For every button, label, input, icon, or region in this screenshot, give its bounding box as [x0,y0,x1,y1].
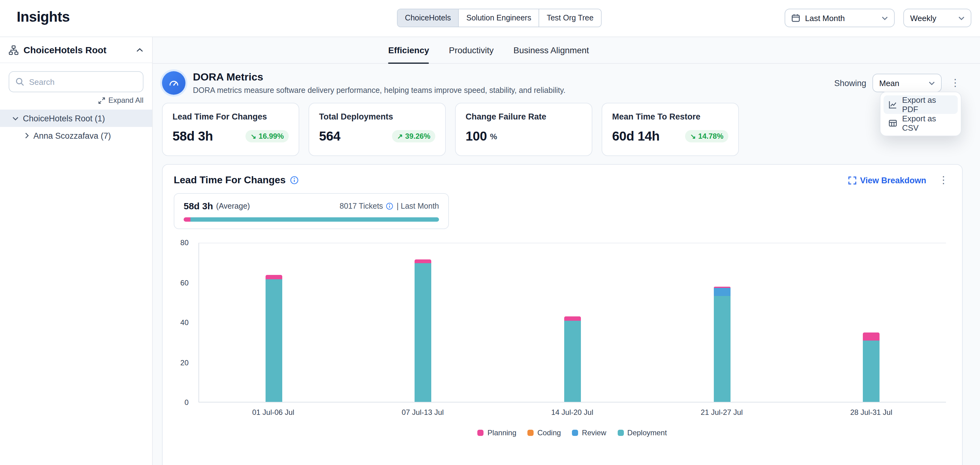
top-controls: Last Month Weekly [784,9,971,27]
card-title: Change Failure Rate [466,112,582,121]
org-tab-test-org-tree[interactable]: Test Org Tree [539,9,601,27]
delta-badge: ↗ 39.26% [392,130,435,142]
legend-item-deployment[interactable]: Deployment [617,428,667,437]
bar-14-jul-20-jul[interactable] [564,243,581,402]
progress-segment-planning [184,217,190,222]
search-input[interactable] [29,77,137,86]
tab-efficiency[interactable]: Efficiency [388,37,429,63]
collapse-chevron-up-icon[interactable] [136,47,143,52]
legend-item-planning[interactable]: Planning [477,428,516,437]
tree-node-label: ChoiceHotels Root (1) [23,113,105,123]
sidebar-header: ChoiceHotels Root [0,37,152,63]
page-title: Insights [17,9,70,26]
legend-swatch [617,430,624,436]
bar-segment-review[interactable] [714,288,730,296]
info-icon[interactable] [386,202,393,209]
showing-label: Showing [834,78,866,88]
delta-value: 16.99% [259,132,284,141]
y-tick-label: 20 [169,358,189,367]
menu-item-export-pdf[interactable]: Export as PDF [883,95,958,114]
bar-segment-planning[interactable] [266,275,282,279]
org-tab-solution-engineers[interactable]: Solution Engineers [459,9,539,27]
main-content: Efficiency Productivity Business Alignme… [153,37,980,465]
card-change-failure-rate[interactable]: Change Failure Rate 100 % [455,103,592,156]
lead-time-chart-card: Lead Time For Changes [162,164,963,465]
bar-01-jul-06-jul[interactable] [266,243,282,402]
x-tick-label: 07 Jul-13 Jul [402,408,444,417]
bar-21-jul-27-jul[interactable] [714,243,730,402]
bar-segment-deployment[interactable] [714,296,730,402]
app: Insights ChoiceHotels Solution Engineers… [0,0,980,465]
tree-node-choicehotels-root[interactable]: ChoiceHotels Root (1) [0,110,152,127]
x-tick-label: 21 Jul-27 Jul [701,408,743,417]
kebab-menu-icon[interactable]: ⋮ [948,78,963,88]
card-value: 58d 3h [172,129,213,144]
card-mean-time-to-restore[interactable]: Mean Time To Restore 60d 14h ↘ 14.78% [601,103,739,156]
bar-segment-planning[interactable] [863,332,880,340]
card-unit: % [490,131,497,141]
legend-item-coding[interactable]: Coding [527,428,561,437]
bar-segment-deployment[interactable] [863,340,880,402]
legend-swatch [527,430,534,436]
tree-node-label: Anna Scozzafava (7) [33,131,111,140]
card-lead-time-for-changes[interactable]: Lead Time For Changes 58d 3h ↘ 16.99% [162,103,299,156]
bar-segment-deployment[interactable] [266,279,282,402]
legend-item-review[interactable]: Review [572,428,606,437]
bar-segment-planning[interactable] [564,317,581,321]
sidebar: ChoiceHotels Root Expand All [0,37,153,465]
card-title: Total Deployments [319,112,435,121]
info-icon[interactable] [290,176,299,184]
card-title: Mean Time To Restore [612,112,729,121]
tree-node-anna-scozzafava[interactable]: Anna Scozzafava (7) [0,127,152,144]
legend-label: Review [582,428,606,437]
expand-all-button[interactable]: Expand All [9,96,143,105]
search-box [9,71,143,92]
bar-segment-planning[interactable] [415,259,431,263]
chevron-down-icon [958,16,964,20]
card-value-row: 564 ↗ 39.26% [319,129,435,144]
chart-card-actions: View Breakdown ⋮ [848,175,951,185]
chart-legend: PlanningCodingReviewDeployment [199,428,946,437]
tickets-meta: 8017 Tickets | Last Month [340,201,439,210]
kebab-menu-icon[interactable]: ⋮ [936,175,951,185]
granularity-dropdown[interactable]: Weekly [903,9,971,27]
dora-subtitle: DORA metrics measure software delivery p… [193,86,565,95]
card-total-deployments[interactable]: Total Deployments 564 ↗ 39.26% [309,103,446,156]
card-value-row: 58d 3h ↘ 16.99% [172,129,289,144]
y-tick-label: 40 [169,318,189,327]
y-tick-label: 80 [169,238,189,247]
bar-segment-deployment[interactable] [415,263,431,402]
period-dropdown[interactable]: Last Month [784,9,895,27]
org-tree-icon [9,45,19,55]
y-tick-label: 0 [169,398,189,407]
org-tab-choicehotels[interactable]: ChoiceHotels [398,9,459,27]
period-text: | Last Month [397,201,439,210]
chevron-down-icon[interactable] [13,116,19,120]
bar-plot [199,243,946,403]
sidebar-root-title: ChoiceHotels Root [24,45,131,55]
table-icon [888,119,897,128]
x-axis-labels: 01 Jul-06 Jul07 Jul-13 Jul14 Jul-20 Jul2… [199,408,946,419]
menu-item-export-csv[interactable]: Export as CSV [883,114,958,133]
granularity-dropdown-value: Weekly [910,13,936,22]
phase-progress-bar [184,217,439,222]
chart-area: 020406080 01 Jul-06 Jul07 Jul-13 Jul14 J… [174,243,951,437]
showing-dropdown-value: Mean [879,78,899,88]
bar-07-jul-13-jul[interactable] [415,243,431,402]
x-tick-label: 01 Jul-06 Jul [252,408,294,417]
tab-business-alignment[interactable]: Business Alignment [514,37,589,63]
legend-label: Planning [487,428,516,437]
x-tick-label: 14 Jul-20 Jul [551,408,593,417]
chevron-down-icon [929,81,935,85]
bar-segment-deployment[interactable] [564,321,581,402]
bar-28-jul-31-jul[interactable] [863,243,880,402]
export-menu: Export as PDF Export as CSV [880,92,961,136]
showing-dropdown[interactable]: Mean [872,74,942,92]
view-breakdown-button[interactable]: View Breakdown [848,176,926,185]
legend-swatch [572,430,578,436]
chevron-right-icon[interactable] [25,133,29,139]
legend-label: Deployment [627,428,667,437]
card-value-row: 60d 14h ↘ 14.78% [612,129,729,144]
expand-corners-icon [848,176,856,184]
tab-productivity[interactable]: Productivity [449,37,494,63]
